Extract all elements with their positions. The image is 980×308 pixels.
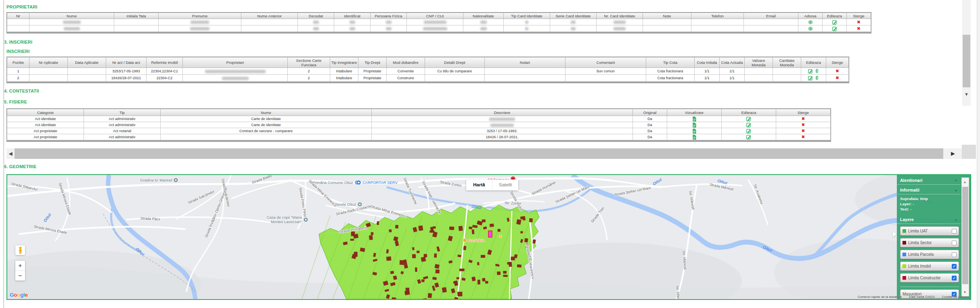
table-cell bbox=[159, 19, 241, 25]
table-row: Act identitateAct administrativCarte de … bbox=[7, 122, 831, 128]
highlighted-construction[interactable] bbox=[488, 231, 492, 237]
delete-icon[interactable]: ✖ bbox=[836, 76, 839, 80]
view-file-icon[interactable] bbox=[692, 129, 697, 134]
layer-checkbox[interactable] bbox=[952, 229, 957, 234]
map-poi[interactable]: Bucătăria bbox=[463, 238, 484, 243]
table-cell bbox=[773, 75, 801, 82]
table-cell[interactable] bbox=[667, 122, 722, 128]
table-cell[interactable] bbox=[667, 128, 722, 134]
attachment-icon[interactable] bbox=[815, 76, 819, 80]
table-cell bbox=[183, 75, 288, 82]
zoom-in-button[interactable]: + bbox=[15, 261, 25, 271]
map-zoom-control[interactable]: + − bbox=[15, 261, 25, 281]
layer-checkbox[interactable] bbox=[952, 252, 957, 257]
edit-icon[interactable] bbox=[746, 122, 751, 127]
table-cell[interactable] bbox=[667, 116, 722, 122]
address-globe-icon[interactable] bbox=[808, 20, 813, 25]
map-poi[interactable]: CARPORTAR SERV bbox=[356, 180, 398, 185]
delete-icon[interactable]: ✖ bbox=[802, 116, 805, 121]
edit-icon[interactable] bbox=[832, 26, 837, 31]
delete-icon[interactable]: ✖ bbox=[857, 26, 860, 31]
layer-toggle-limita-constructie[interactable]: Limita Constructie✓ bbox=[900, 273, 959, 283]
layer-checkbox[interactable] bbox=[952, 240, 957, 245]
address-globe-icon[interactable] bbox=[808, 26, 813, 31]
view-file-icon[interactable] bbox=[692, 116, 697, 122]
map-type-control[interactable]: Hartă Satelit bbox=[466, 179, 518, 190]
table-cell[interactable] bbox=[667, 134, 722, 140]
table-cell[interactable] bbox=[823, 25, 847, 32]
table-cell[interactable] bbox=[823, 19, 847, 25]
table-cell[interactable] bbox=[801, 68, 826, 75]
table-cell: 2 bbox=[288, 68, 330, 75]
edit-icon[interactable] bbox=[746, 129, 751, 133]
panel-collapse-arrow-icon[interactable] bbox=[893, 232, 896, 237]
table-cell[interactable] bbox=[722, 116, 776, 122]
delete-icon[interactable]: ✖ bbox=[802, 122, 805, 127]
view-file-icon[interactable] bbox=[692, 122, 697, 128]
edit-icon[interactable] bbox=[808, 69, 813, 74]
table-cell[interactable] bbox=[722, 128, 776, 134]
delete-icon[interactable]: ✖ bbox=[836, 69, 839, 74]
table-cell[interactable]: ✖ bbox=[826, 75, 849, 82]
attachment-icon[interactable] bbox=[815, 69, 819, 74]
edit-icon[interactable] bbox=[746, 116, 751, 121]
keyboard-shortcuts-link[interactable]: Comenzi rapide de la tastatură bbox=[858, 295, 902, 299]
layer-toggle-limita-imobil[interactable]: Limita Imobil✓ bbox=[900, 262, 959, 271]
layer-toggle-limita-uat[interactable]: Limita UAT bbox=[900, 226, 959, 236]
delete-icon[interactable]: ✖ bbox=[802, 129, 805, 133]
panel-scrollbar[interactable]: ▲ ▼ bbox=[961, 177, 969, 297]
table-cell[interactable] bbox=[801, 75, 826, 82]
table-cell[interactable]: ✖ bbox=[847, 25, 871, 32]
map-poi[interactable]: Primăria Comunei Oituz bbox=[312, 180, 360, 185]
panel-section-informatii[interactable]: Informatii▲ bbox=[897, 185, 961, 194]
layer-label: Limita UAT bbox=[908, 229, 928, 233]
panel-section-atentionari[interactable]: Atentionari▼ bbox=[897, 175, 961, 185]
map-poi[interactable]: Casa de copii "Maria Montini Lavezzari" bbox=[262, 215, 308, 224]
delete-icon[interactable]: ✖ bbox=[802, 135, 805, 139]
edit-icon[interactable] bbox=[832, 20, 837, 25]
layer-toggle-limita-sector[interactable]: Limita Sector bbox=[900, 238, 959, 247]
table-cell: Proprietate bbox=[358, 75, 387, 82]
vertical-scrollbar[interactable]: ▼ bbox=[962, 0, 971, 106]
view-file-icon[interactable] bbox=[692, 135, 697, 140]
layer-checkbox[interactable]: ✓ bbox=[952, 264, 957, 269]
scroll-down-arrow-icon[interactable]: ▼ bbox=[962, 90, 971, 99]
table-cell[interactable]: ✖ bbox=[776, 134, 831, 140]
map-attribution: Comenzi rapide de la tastatură Date hart… bbox=[858, 295, 969, 299]
layer-checkbox[interactable]: ✓ bbox=[952, 276, 957, 281]
delete-icon[interactable]: ✖ bbox=[857, 20, 860, 25]
map-type-button[interactable]: Hartă bbox=[466, 179, 492, 190]
panel-scroll-up-icon[interactable]: ▲ bbox=[962, 179, 968, 185]
satellite-type-button[interactable]: Satelit bbox=[492, 179, 518, 190]
table-cell[interactable]: ✖ bbox=[776, 116, 831, 122]
table-cell bbox=[485, 68, 565, 75]
layer-toggle-limita-parcela[interactable]: Limita Parcela bbox=[900, 250, 959, 259]
scroll-left-arrow-icon[interactable]: ◀ bbox=[6, 148, 15, 159]
scroll-right-arrow-icon[interactable]: ▶ bbox=[948, 148, 958, 159]
map-poi[interactable]: Gradina lu' Marinel bbox=[140, 177, 178, 183]
column-header: Original bbox=[633, 109, 667, 116]
table-cell[interactable]: ✖ bbox=[776, 128, 831, 134]
table-cell[interactable] bbox=[798, 19, 823, 25]
horizontal-scrollbar-thumb[interactable] bbox=[15, 148, 943, 159]
table-cell[interactable] bbox=[722, 122, 776, 128]
pegman-streetview-control[interactable] bbox=[15, 245, 25, 255]
panel-scrollbar-thumb[interactable] bbox=[962, 187, 968, 284]
panel-section-layere[interactable]: Layere▲ bbox=[897, 214, 961, 224]
edit-icon[interactable] bbox=[808, 76, 813, 80]
table-cell[interactable] bbox=[722, 134, 776, 140]
horizontal-scrollbar[interactable]: ◀ ▶ bbox=[6, 148, 976, 159]
table-cell[interactable] bbox=[798, 25, 823, 32]
vertical-scrollbar-thumb[interactable] bbox=[963, 35, 970, 87]
panel-scroll-down-icon[interactable]: ▼ bbox=[962, 289, 968, 295]
edit-icon[interactable] bbox=[746, 135, 751, 139]
table-cell[interactable]: ✖ bbox=[826, 68, 849, 75]
map-poi[interactable]: Serele Oituz bbox=[335, 202, 362, 207]
table-cell: Construire bbox=[387, 75, 425, 82]
table-cell[interactable]: ✖ bbox=[776, 122, 831, 128]
table-cell[interactable]: ✖ bbox=[847, 19, 871, 25]
zoom-out-button[interactable]: − bbox=[15, 271, 25, 281]
table-cell: Cota fractionara bbox=[646, 68, 695, 75]
map-canvas[interactable]: Strada StejaruluiStrada Mircea EliadeStr… bbox=[6, 174, 971, 300]
terms-link[interactable]: Condiții de utilizare bbox=[942, 295, 969, 299]
